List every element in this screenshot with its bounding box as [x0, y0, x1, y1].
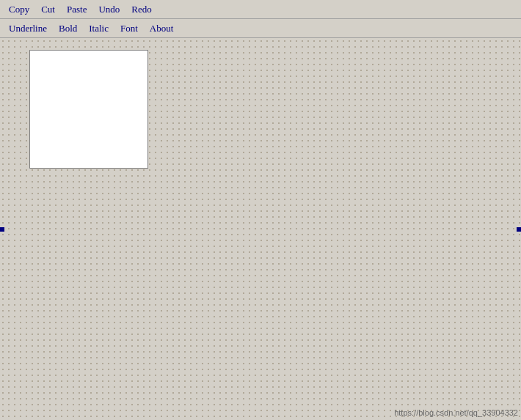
menu-undo[interactable]: Undo [92, 2, 125, 17]
menu-bold[interactable]: Bold [53, 21, 83, 36]
watermark: https://blog.csdn.net/qq_33904332 [394, 408, 518, 417]
left-handle[interactable] [0, 227, 4, 232]
menu-paste[interactable]: Paste [61, 2, 92, 17]
white-box [29, 50, 148, 169]
menu-underline[interactable]: Underline [3, 21, 53, 36]
menu-copy[interactable]: Copy [3, 2, 35, 17]
menu-cut[interactable]: Cut [35, 2, 61, 17]
menu-italic[interactable]: Italic [83, 21, 114, 36]
menu-font[interactable]: Font [114, 21, 144, 36]
menubar-top: Copy Cut Paste Undo Redo [0, 0, 521, 19]
right-handle[interactable] [517, 227, 521, 232]
menubar-bottom: Underline Bold Italic Font About [0, 19, 521, 38]
canvas-area: https://blog.csdn.net/qq_33904332 [0, 38, 521, 420]
menu-redo[interactable]: Redo [125, 2, 157, 17]
menu-about[interactable]: About [144, 21, 180, 36]
